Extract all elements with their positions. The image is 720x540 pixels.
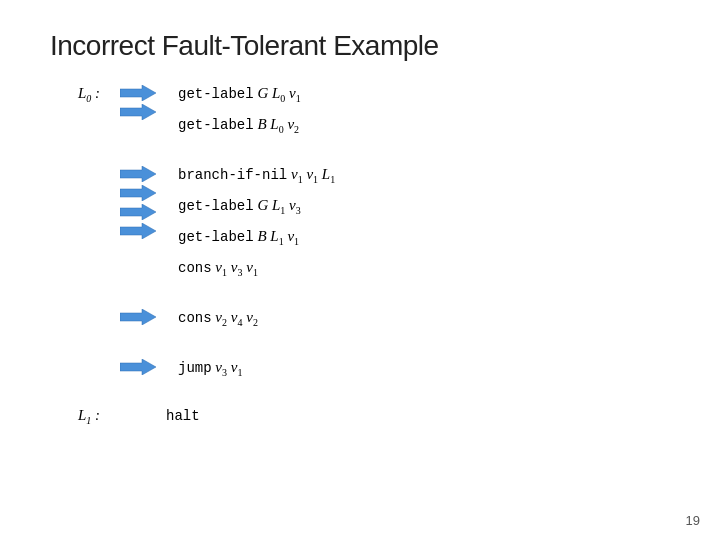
section-l1: L1 : halt [50, 404, 670, 427]
svg-marker-1 [120, 104, 156, 120]
code-line: cons v2 v4 v2 [178, 306, 258, 334]
svg-marker-2 [120, 166, 156, 182]
code-line: get-label G L1 v3 [178, 194, 335, 222]
arrow-icon [120, 185, 156, 201]
section-l0: L0 : [50, 82, 670, 141]
slide-title: Incorrect Fault-Tolerant Example [50, 30, 670, 62]
page-number: 19 [686, 513, 700, 528]
lines-branch: branch-if-nil v1 v1 L1 get-label G L1 v3… [178, 163, 335, 284]
label-l1: L1 : [78, 407, 100, 423]
arrow-icon [120, 223, 156, 239]
arrow-icon [120, 359, 156, 375]
code-line: get-label B L1 v1 [178, 225, 335, 253]
code-line: cons v1 v3 v1 [178, 256, 335, 284]
arrow-icon [120, 166, 156, 182]
svg-marker-4 [120, 204, 156, 220]
lines-cons2: cons v2 v4 v2 [178, 306, 258, 334]
content-area: L0 : [50, 82, 670, 437]
arrow-icon [120, 104, 156, 120]
arrows-jump [120, 359, 156, 375]
svg-marker-7 [120, 359, 156, 375]
label-l0: L0 : [78, 85, 100, 101]
lines-l1: halt [166, 404, 200, 427]
lines-jump: jump v3 v1 [178, 356, 242, 384]
arrows-branch [120, 166, 156, 239]
svg-marker-3 [120, 185, 156, 201]
code-line: branch-if-nil v1 v1 L1 [178, 163, 335, 191]
arrow-icon [120, 85, 156, 101]
section-cons2: cons v2 v4 v2 [50, 306, 670, 334]
section-jump: jump v3 v1 [50, 356, 670, 384]
arrows-cons2 [120, 309, 156, 325]
code-line: get-label G L0 v1 [178, 82, 301, 110]
code-line: get-label B L0 v2 [178, 113, 301, 141]
slide: Incorrect Fault-Tolerant Example L0 : [0, 0, 720, 540]
svg-marker-0 [120, 85, 156, 101]
arrows-l0 [120, 85, 156, 120]
arrow-icon [120, 309, 156, 325]
arrow-icon [120, 204, 156, 220]
svg-marker-6 [120, 309, 156, 325]
svg-marker-5 [120, 223, 156, 239]
lines-l0: get-label G L0 v1 get-label B L0 v2 [178, 82, 301, 141]
code-line: halt [166, 404, 200, 427]
section-branch: branch-if-nil v1 v1 L1 get-label G L1 v3… [50, 163, 670, 284]
code-line: jump v3 v1 [178, 356, 242, 384]
